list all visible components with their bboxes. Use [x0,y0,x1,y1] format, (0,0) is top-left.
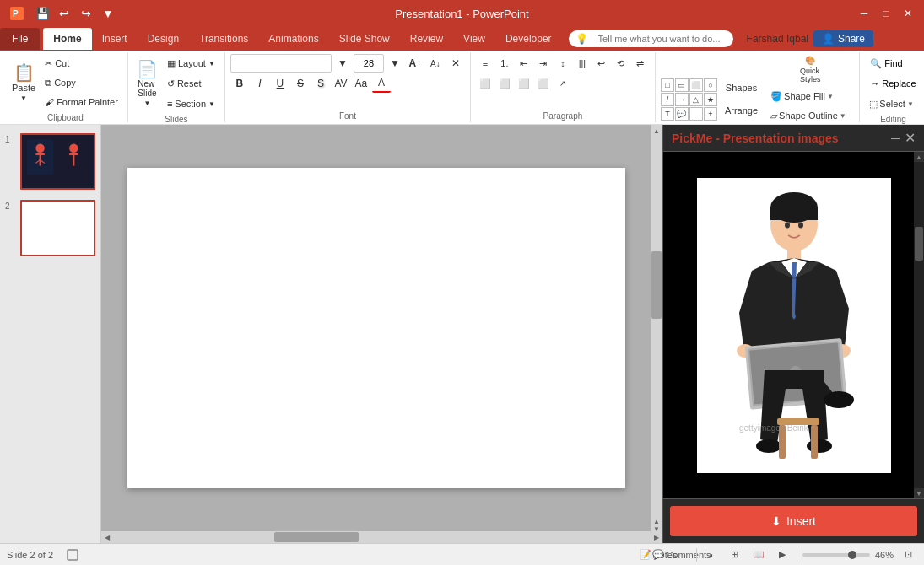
redo-quick-btn[interactable]: ↪ [76,3,96,24]
slideshow-btn[interactable]: ▶ [773,546,792,564]
scroll-thumb[interactable] [651,251,662,319]
underline-btn[interactable]: U [271,74,289,93]
slide-sorter-btn[interactable]: ⊞ [726,546,744,564]
shape-outline-btn[interactable]: ▱ Shape Outline ▼ [766,106,854,125]
align-right-btn[interactable]: ⬜ [515,74,533,93]
fit-slide-btn[interactable]: ⊡ [899,546,917,564]
undo-quick-btn[interactable]: ↩ [54,3,74,24]
shape-fill-arrow[interactable]: ▼ [827,93,834,100]
numbering-btn[interactable]: 1. [495,54,514,73]
shape-rect[interactable]: □ [661,78,674,92]
minimize-btn[interactable]: ─ [855,4,873,23]
cut-button[interactable]: ✂ Cut [41,54,122,73]
tab-transitions[interactable]: Transitions [189,28,258,50]
align-center-btn[interactable]: ⬜ [495,74,514,93]
copy-button[interactable]: ⧉ Copy [41,73,122,92]
convert-smartart-btn[interactable]: ⇌ [631,54,650,73]
comments-button[interactable]: 💬 Comments [673,546,691,564]
tab-developer[interactable]: Developer [495,28,562,50]
share-button[interactable]: 👤 Share [813,30,873,47]
shape-extra[interactable]: + [704,107,717,121]
line-spacing-btn[interactable]: ↕ [554,54,572,73]
tab-home[interactable]: Home [43,28,91,50]
pickme-close-btn[interactable]: ✕ [905,130,916,146]
bottom-scroll-thumb[interactable] [274,532,359,542]
clear-format-btn[interactable]: ✕ [446,54,465,73]
bold-btn[interactable]: B [230,74,249,93]
reset-button[interactable]: ↺ Reset [163,74,219,93]
tell-me-box[interactable]: 💡 [569,30,733,47]
indent-more-btn[interactable]: ⇥ [534,54,553,73]
slide-preview-1[interactable] [20,133,95,190]
reading-view-btn[interactable]: 📖 [749,546,768,564]
decrease-font-btn[interactable]: A↓ [426,54,445,73]
slide-preview-2[interactable] [20,200,95,256]
indent-less-btn[interactable]: ⇤ [515,54,533,73]
pm-scroll-thumb[interactable] [915,227,923,261]
font-color-btn[interactable]: A [372,74,391,93]
shape-text[interactable]: T [661,107,674,121]
pickme-collapse-btn[interactable]: ─ [891,132,900,145]
slide-canvas[interactable] [127,168,625,488]
shape-arrow[interactable]: → [675,93,689,106]
para-dialog-btn[interactable]: ↗ [554,74,572,93]
layout-arrow[interactable]: ▼ [208,60,215,67]
strikethrough-btn[interactable]: S [291,74,310,93]
new-slide-arrow[interactable]: ▼ [143,100,150,107]
maximize-btn[interactable]: □ [877,4,895,23]
close-btn[interactable]: ✕ [899,4,917,23]
font-size-input[interactable] [354,54,384,73]
tab-view[interactable]: View [453,28,495,50]
slide-thumb-1[interactable]: 1 [3,132,97,191]
quick-more-btn[interactable]: ▼ [98,3,118,24]
paste-button[interactable]: 📋 Paste ▼ [8,61,39,105]
align-text-btn[interactable]: ⟲ [612,54,630,73]
shape-more[interactable]: … [689,107,703,121]
notes-pane-indicator[interactable] [63,546,82,564]
normal-view-btn[interactable]: ▪ [702,546,721,564]
zoom-slider[interactable] [802,553,870,557]
align-left-btn[interactable]: ⬜ [476,74,494,93]
scroll-up-btn[interactable]: ▲ [651,125,662,137]
change-case-btn[interactable]: Aa [352,74,370,93]
font-size-dropdown[interactable]: ▼ [386,54,404,73]
shape-rounded[interactable]: ⬜ [689,78,703,92]
zoom-thumb[interactable] [848,551,856,559]
italic-btn[interactable]: I [251,74,269,93]
shape-circle[interactable]: ○ [704,78,717,92]
quick-styles-btn[interactable]: 🎨 QuickStyles [766,54,854,85]
tab-insert[interactable]: Insert [92,28,138,50]
shape-fill-btn[interactable]: 🪣 Shape Fill ▼ [766,87,854,105]
font-name-input[interactable] [230,54,332,73]
shape-tri[interactable]: △ [689,93,703,106]
columns-btn[interactable]: ||| [573,54,592,73]
tab-animations[interactable]: Animations [258,28,328,50]
replace-button[interactable]: ↔ Replace [865,74,921,93]
slide-thumb-2[interactable]: 2 [3,198,97,258]
increase-font-btn[interactable]: A↑ [406,54,424,73]
select-arrow[interactable]: ▼ [907,100,914,108]
new-slide-button[interactable]: 📄 NewSlide ▼ [133,62,161,105]
shadow-btn[interactable]: S [311,74,330,93]
find-button[interactable]: 🔍 Find [865,54,921,73]
shape-callout[interactable]: 💬 [675,107,689,121]
text-direction-btn[interactable]: ↩ [592,54,611,73]
section-button[interactable]: ≡ Section ▼ [163,94,219,113]
scroll-right-btn[interactable]: ▶ [651,531,662,543]
shape-outline-arrow[interactable]: ▼ [840,112,846,120]
tab-design[interactable]: Design [138,28,189,50]
pm-scroll-down[interactable]: ▼ [914,488,924,498]
layout-button[interactable]: ▦ Layout ▼ [163,54,219,73]
font-name-dropdown[interactable]: ▼ [333,54,352,73]
save-quick-btn[interactable]: 💾 [32,3,52,24]
shape-star[interactable]: ★ [704,93,717,106]
bullets-btn[interactable]: ≡ [476,54,494,73]
spacing-btn[interactable]: AV [332,74,350,93]
justify-btn[interactable]: ⬜ [534,74,553,93]
format-painter-button[interactable]: 🖌 Format Painter [41,93,122,111]
shape-rect2[interactable]: ▭ [675,78,689,92]
insert-button[interactable]: ⬇ Insert [670,506,917,536]
tab-file[interactable]: File [0,28,40,50]
scroll-left-btn[interactable]: ◀ [101,531,113,543]
arrange-btn[interactable]: Arrange [721,100,761,121]
